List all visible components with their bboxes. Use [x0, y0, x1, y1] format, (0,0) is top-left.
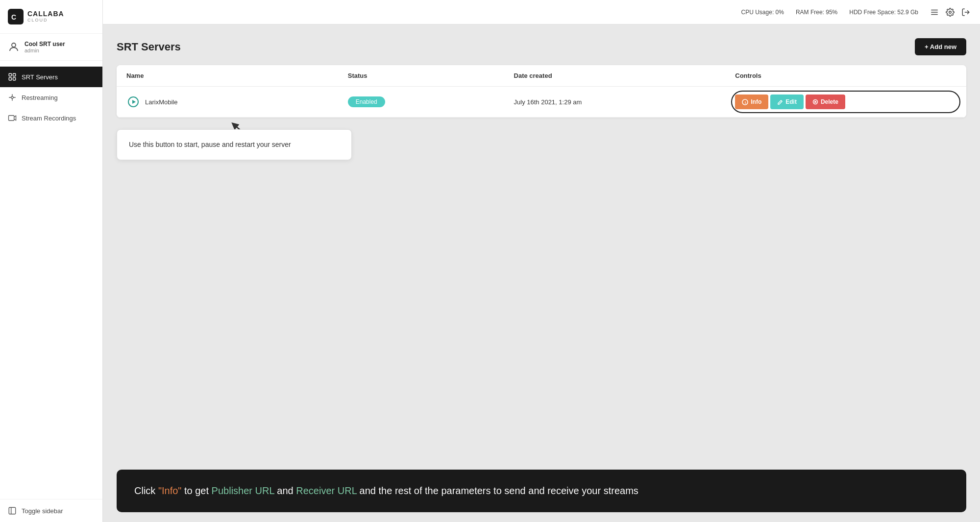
banner-receiver: Receiver URL: [296, 485, 357, 496]
content-area: SRT Servers + Add new Name Status Date c…: [103, 24, 980, 522]
header-date: Date created: [514, 72, 735, 79]
ram-stat: RAM Free: 95%: [796, 9, 837, 16]
sidebar-item-restreaming[interactable]: Restreaming: [0, 87, 102, 108]
toggle-sidebar[interactable]: Toggle sidebar: [8, 506, 95, 515]
user-avatar-icon: [8, 41, 20, 53]
add-new-button[interactable]: + Add new: [915, 38, 966, 55]
svg-point-7: [11, 96, 14, 99]
banner-prefix: Click: [134, 485, 158, 496]
header-controls: Controls: [735, 72, 956, 79]
play-icon: [128, 96, 139, 107]
nav-items: SRT Servers Restreaming Stream Recording…: [0, 61, 102, 499]
restreaming-icon: [8, 93, 17, 102]
delete-label: Delete: [821, 98, 838, 105]
user-role: admin: [24, 47, 65, 53]
svg-rect-9: [9, 507, 16, 514]
svg-rect-3: [9, 73, 11, 76]
user-section: Cool SRT user admin: [0, 34, 102, 61]
svg-text:i: i: [745, 100, 746, 105]
toggle-sidebar-icon: [8, 506, 17, 515]
info-icon: i: [742, 99, 748, 105]
banner-info: "Info": [158, 485, 182, 496]
table-header: Name Status Date created Controls: [117, 65, 966, 87]
cpu-stat: CPU Usage: 0%: [741, 9, 784, 16]
page-title: SRT Servers: [117, 41, 181, 53]
menu-icon[interactable]: [930, 8, 939, 17]
info-label: Info: [751, 98, 761, 105]
banner-suffix: and the rest of the parameters to send a…: [357, 485, 638, 496]
sidebar-bottom: Toggle sidebar: [0, 499, 102, 522]
add-new-label: + Add new: [925, 43, 956, 50]
tooltip-box: Use this button to start, pause and rest…: [117, 129, 352, 160]
topbar-icons: [930, 8, 970, 17]
delete-button[interactable]: Delete: [806, 95, 845, 109]
logout-icon[interactable]: [961, 8, 970, 17]
svg-rect-5: [9, 78, 11, 80]
sidebar-item-restreaming-label: Restreaming: [22, 94, 58, 101]
sidebar-item-stream-recordings[interactable]: Stream Recordings: [0, 108, 102, 128]
stream-recordings-icon: [8, 114, 17, 122]
cell-name: LarixMobile: [126, 95, 348, 109]
sidebar-item-stream-recordings-label: Stream Recordings: [22, 115, 76, 122]
header-name: Name: [126, 72, 348, 79]
header-status: Status: [348, 72, 514, 79]
topbar: CPU Usage: 0% RAM Free: 95% HDD Free Spa…: [103, 0, 980, 24]
svg-rect-8: [9, 116, 14, 121]
banner-mid1: to get: [181, 485, 211, 496]
cell-status: Enabled: [348, 96, 514, 107]
server-name: LarixMobile: [145, 98, 177, 106]
page-header: SRT Servers + Add new: [117, 38, 966, 55]
svg-point-10: [949, 11, 952, 13]
delete-icon: [812, 99, 818, 105]
logo: C CALLABA CLOUD: [0, 0, 102, 34]
svg-rect-4: [13, 73, 16, 76]
svg-marker-13: [132, 100, 136, 104]
bottom-banner: Click "Info" to get Publisher URL and Re…: [117, 470, 966, 512]
banner-mid2: and: [274, 485, 296, 496]
tooltip-text: Use this button to start, pause and rest…: [129, 141, 291, 148]
toggle-sidebar-label: Toggle sidebar: [22, 507, 63, 515]
svg-rect-6: [13, 78, 16, 80]
edit-label: Edit: [785, 98, 797, 105]
svg-text:C: C: [11, 13, 16, 21]
banner-publisher: Publisher URL: [212, 485, 274, 496]
status-badge: Enabled: [348, 96, 385, 107]
cell-controls: i Info Edit Delete: [735, 95, 956, 109]
srt-servers-icon: [8, 72, 17, 81]
edit-icon: [777, 99, 783, 105]
info-button[interactable]: i Info: [735, 95, 768, 109]
svg-point-2: [12, 43, 16, 47]
main-area: CPU Usage: 0% RAM Free: 95% HDD Free Spa…: [103, 0, 980, 522]
brand-sub: CLOUD: [27, 18, 64, 23]
sidebar-item-srt-servers[interactable]: SRT Servers: [0, 67, 102, 87]
user-name: Cool SRT user: [24, 41, 65, 47]
servers-table: Name Status Date created Controls LarixM…: [117, 65, 966, 118]
sidebar: C CALLABA CLOUD Cool SRT user admin SRT …: [0, 0, 103, 522]
table-row: LarixMobile Enabled July 16th 2021, 1:29…: [117, 87, 966, 118]
edit-button[interactable]: Edit: [770, 95, 804, 109]
hdd-stat: HDD Free Space: 52.9 Gb: [849, 9, 918, 16]
cell-date: July 16th 2021, 1:29 am: [514, 98, 735, 106]
play-button[interactable]: [126, 95, 140, 109]
settings-icon[interactable]: [946, 8, 955, 17]
brand-name: CALLABA: [27, 10, 64, 18]
sidebar-item-srt-servers-label: SRT Servers: [22, 73, 58, 81]
logo-icon: C: [8, 9, 24, 24]
